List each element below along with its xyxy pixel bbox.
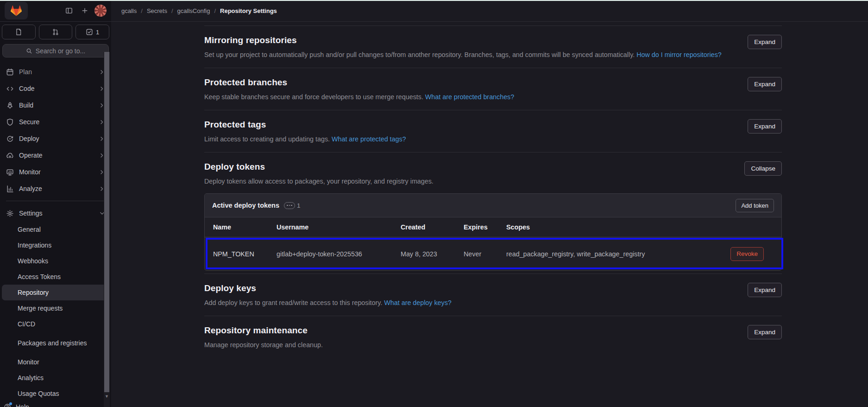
expand-repository-maintenance-button[interactable]: Expand	[748, 325, 782, 339]
pinned-shortcuts: 1	[0, 22, 111, 42]
badge-count: 1	[297, 202, 301, 209]
merge-requests-shortcut-button[interactable]	[39, 25, 73, 39]
sidebar-item-help[interactable]: Help	[4, 400, 29, 407]
token-count-badge: 1	[284, 202, 301, 209]
plus-icon	[81, 7, 88, 14]
expand-deploy-keys-button[interactable]: Expand	[748, 283, 782, 297]
todos-shortcut-button[interactable]: 1	[75, 25, 109, 39]
expand-mirroring-button[interactable]: Expand	[748, 35, 782, 49]
breadcrumb: gcalls / Secrets / gcallsConfig / Reposi…	[111, 0, 868, 22]
nav-label: Build	[19, 102, 33, 109]
sidebar-toggle-button[interactable]	[63, 5, 75, 17]
search-input[interactable]: Search or go to...	[2, 44, 109, 57]
sub-label: Webhooks	[18, 256, 48, 266]
section-text: Deploy tokens Deploy tokens allow access…	[204, 161, 434, 187]
badge-pill-icon	[284, 202, 295, 209]
chart-icon	[6, 185, 14, 193]
description-text: Limit access to creating and updating ta…	[204, 135, 330, 143]
sub-label: General	[18, 225, 41, 234]
breadcrumb-link-secrets[interactable]: Secrets	[147, 7, 167, 14]
sidebar-item-repository[interactable]: Repository	[2, 285, 109, 300]
breadcrumb-link-gcallsconfig[interactable]: gcallsConfig	[177, 7, 210, 14]
col-name: Name	[213, 223, 277, 231]
sub-label: Analytics	[18, 373, 44, 382]
token-username: gitlab+deploy-token-2025536	[277, 250, 401, 258]
sidebar-item-usage-quotas[interactable]: Usage Quotas	[2, 386, 109, 401]
settings-content: Mirroring repositories Set up your proje…	[204, 22, 782, 358]
section-protected-tags: Protected tags Limit access to creating …	[204, 110, 782, 152]
section-title: Protected tags	[204, 119, 406, 130]
description-text: Manage repository storage and cleanup.	[204, 341, 323, 349]
section-repository-maintenance: Repository maintenance Manage repository…	[204, 316, 782, 358]
sidebar-item-analytics[interactable]: Analytics	[2, 370, 109, 386]
section-description: Limit access to creating and updating ta…	[204, 134, 406, 145]
sidebar-nav: Plan Code Build Secure Deploy	[0, 61, 111, 401]
sidebar-item-build[interactable]: Build	[2, 97, 109, 114]
protected-branches-help-link[interactable]: What are protected branches?	[425, 93, 514, 101]
panel-header: Active deploy tokens 1 Add token	[205, 194, 781, 217]
sub-label: Usage Quotas	[18, 389, 59, 398]
sidebar-item-deploy[interactable]: Deploy	[2, 130, 109, 147]
scrollbar-thumb[interactable]	[104, 52, 109, 392]
description-text: Keep stable branches secure and force de…	[204, 93, 423, 101]
help-label: Help	[16, 403, 29, 407]
protected-tags-help-link[interactable]: What are protected tags?	[332, 135, 406, 143]
breadcrumb-link-gcalls[interactable]: gcalls	[121, 7, 137, 14]
col-scopes: Scopes	[506, 223, 714, 231]
window-top-edge	[0, 0, 868, 1]
mirror-help-link[interactable]: How do I mirror repositories?	[636, 51, 722, 58]
sidebar-item-integrations[interactable]: Integrations	[2, 237, 109, 253]
expand-protected-tags-button[interactable]: Expand	[748, 119, 782, 134]
sidebar-item-settings[interactable]: Settings	[2, 205, 109, 222]
expand-protected-branches-button[interactable]: Expand	[748, 77, 782, 91]
sub-label: Monitor	[18, 357, 39, 367]
sidebar-item-analyze[interactable]: Analyze	[2, 180, 109, 197]
col-created: Created	[401, 223, 464, 231]
section-title: Repository maintenance	[204, 325, 323, 336]
section-text: Protected branches Keep stable branches …	[204, 77, 514, 102]
sidebar-item-cicd[interactable]: CI/CD	[2, 316, 109, 332]
section-mirroring-repositories: Mirroring repositories Set up your proje…	[204, 26, 782, 68]
notification-dot	[9, 402, 12, 405]
sidebar-item-webhooks[interactable]: Webhooks	[2, 253, 109, 269]
create-new-button[interactable]	[79, 5, 91, 17]
sidebar-scrollbar[interactable]: ▼	[104, 52, 110, 407]
gitlab-app: 1 Search or go to... Plan Code Build	[0, 0, 868, 407]
nav-label: Settings	[19, 210, 43, 217]
deploy-keys-help-link[interactable]: What are deploy keys?	[384, 299, 451, 306]
sidebar-item-merge-requests[interactable]: Merge requests	[2, 300, 109, 316]
section-text: Repository maintenance Manage repository…	[204, 325, 323, 350]
revoke-button[interactable]: Revoke	[730, 247, 764, 261]
collapse-deploy-tokens-button[interactable]: Collapse	[744, 161, 782, 176]
sidebar-item-general[interactable]: General	[2, 222, 109, 237]
sidebar-item-code[interactable]: Code	[2, 80, 109, 97]
issues-shortcut-button[interactable]	[2, 25, 36, 39]
sidebar-item-monitor[interactable]: Monitor	[2, 164, 109, 180]
scrollbar-down-arrow[interactable]: ▼	[104, 394, 110, 399]
sidebar-item-operate[interactable]: Operate	[2, 147, 109, 164]
gitlab-logo[interactable]	[5, 2, 28, 19]
description-text: Deploy tokens allow access to packages, …	[204, 178, 434, 185]
search-icon	[26, 48, 32, 54]
breadcrumb-separator: /	[214, 7, 216, 14]
sub-label: Repository	[18, 288, 49, 297]
sidebar-header	[0, 0, 111, 22]
todo-count: 1	[96, 29, 99, 36]
panel-title: Active deploy tokens	[212, 202, 279, 209]
sidebar-item-plan[interactable]: Plan	[2, 64, 109, 80]
sidebar-item-secure[interactable]: Secure	[2, 114, 109, 130]
sidebar-item-packages-registries[interactable]: Packages and registries	[2, 332, 109, 354]
token-expires: Never	[464, 250, 506, 258]
col-username: Username	[277, 223, 401, 231]
section-description: Manage repository storage and cleanup.	[204, 340, 323, 350]
nav-label: Deploy	[19, 135, 39, 142]
add-token-button[interactable]: Add token	[736, 199, 774, 212]
sidebar: 1 Search or go to... Plan Code Build	[0, 0, 111, 407]
sidebar-item-settings-monitor[interactable]: Monitor	[2, 354, 109, 370]
user-avatar[interactable]	[94, 5, 107, 17]
sidebar-item-access-tokens[interactable]: Access Tokens	[2, 269, 109, 285]
nav-label: Plan	[19, 68, 32, 76]
section-description: Deploy tokens allow access to packages, …	[204, 176, 434, 187]
sub-label: Packages and registries	[18, 338, 87, 348]
rocket-icon	[6, 102, 14, 109]
